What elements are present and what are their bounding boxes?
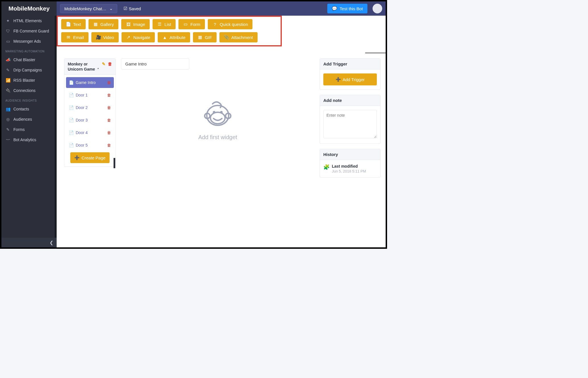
page-item-door-1[interactable]: 📄 Door 1 🗑 bbox=[66, 90, 114, 100]
widget-btn-image[interactable]: 🖼Image bbox=[121, 19, 150, 29]
page-item-door-2[interactable]: 📄 Door 2 🗑 bbox=[66, 102, 114, 113]
widget-btn-form[interactable]: ▭Form bbox=[178, 19, 205, 29]
sparkle-icon: ✦ bbox=[5, 19, 11, 23]
target-icon: ◎ bbox=[5, 117, 11, 122]
widget-btn-label: Text bbox=[73, 22, 81, 27]
sidebar-item-fb-comment-guard[interactable]: 🛡 FB Comment Guard bbox=[1, 26, 57, 36]
bot-selector-dropdown[interactable]: MobileMonkey Chat… ⌄ bbox=[60, 4, 117, 13]
sidebar-item-label: Bot Analytics bbox=[13, 137, 36, 142]
sidebar-item-html-elements[interactable]: ✦ HTML Elements bbox=[1, 16, 57, 26]
sidebar-collapse-button[interactable]: ❮ bbox=[1, 238, 57, 247]
create-page-button[interactable]: ➕ Create Page bbox=[70, 152, 109, 163]
widget-btn-label: List bbox=[165, 22, 171, 27]
page-icon: 📄 bbox=[69, 143, 73, 147]
widget-btn-video[interactable]: 🎥Video bbox=[91, 32, 119, 42]
delete-page-button[interactable]: 🗑 bbox=[107, 118, 111, 122]
note-textarea[interactable] bbox=[323, 110, 377, 138]
sidebar-item-audiences[interactable]: ◎ Audiences bbox=[1, 114, 57, 124]
history-heading: History bbox=[320, 149, 380, 160]
sidebar-item-messenger-ads[interactable]: ▭ Messenger Ads bbox=[1, 36, 57, 46]
history-last-modified-date: Jun 5, 2018 5:11 PM bbox=[332, 169, 366, 173]
test-bot-label: Test this Bot bbox=[340, 6, 363, 11]
saved-label: Saved bbox=[129, 6, 141, 11]
page-icon: 📄 bbox=[69, 130, 73, 135]
page-icon: 📄 bbox=[69, 93, 73, 97]
widget-btn-navigate[interactable]: ↗Navigate bbox=[122, 32, 155, 42]
user-avatar[interactable] bbox=[373, 4, 382, 13]
list-icon: ☰ bbox=[157, 22, 162, 27]
edit-group-button[interactable]: ✎ bbox=[102, 61, 106, 67]
widget-btn-text[interactable]: 📄Text bbox=[61, 19, 86, 29]
sidebar-item-label: Connections bbox=[13, 88, 36, 93]
form-icon: ✎ bbox=[5, 127, 11, 132]
trigger-panel: Add Trigger ➕ Add Trigger bbox=[320, 58, 381, 90]
plus-circle-icon: ➕ bbox=[336, 77, 341, 82]
svg-point-3 bbox=[220, 111, 223, 114]
add-trigger-button[interactable]: ➕ Add Trigger bbox=[323, 73, 377, 85]
left-sidebar: MobileMonkey ✦ HTML Elements 🛡 FB Commen… bbox=[1, 1, 57, 247]
delete-page-button[interactable]: 🗑 bbox=[107, 130, 111, 135]
widget-btn-attribute[interactable]: ▲Attribute bbox=[158, 32, 190, 42]
canvas-area: Game Intro Add first widget bbox=[121, 58, 314, 247]
sidebar-item-rss-blaster[interactable]: 📶 RSS Blaster bbox=[1, 75, 57, 85]
widget-btn-email[interactable]: ✉Email bbox=[61, 32, 89, 42]
delete-group-button[interactable]: 🗑 bbox=[108, 61, 112, 67]
page-icon: 📄 bbox=[69, 118, 73, 122]
tab-underline bbox=[365, 53, 386, 53]
widget-btn-quick-question[interactable]: ?Quick question bbox=[208, 19, 252, 29]
delete-page-button[interactable]: 🗑 bbox=[107, 80, 111, 85]
page-item-label: Door 1 bbox=[76, 93, 105, 97]
attachment-icon: 📎 bbox=[224, 35, 229, 40]
canvas-empty-text: Add first widget bbox=[198, 134, 237, 141]
check-icon: ☑ bbox=[124, 6, 127, 11]
note-panel: Add note bbox=[320, 95, 381, 144]
gif-icon: ▦ bbox=[198, 35, 203, 40]
navigate-icon: ↗ bbox=[126, 35, 131, 40]
svg-point-2 bbox=[213, 111, 215, 114]
sidebar-heading-marketing: MARKETING AUTOMATION bbox=[1, 46, 57, 55]
sidebar-item-label: Messenger Ads bbox=[13, 39, 41, 44]
test-bot-button[interactable]: 💬 Test this Bot bbox=[327, 4, 367, 13]
widget-btn-label: Attribute bbox=[170, 35, 186, 40]
page-item-game-intro[interactable]: 📄 Game Intro 🗑 bbox=[66, 77, 114, 88]
sidebar-item-bot-analytics[interactable]: 〰 Bot Analytics bbox=[1, 135, 57, 145]
sidebar-item-connections[interactable]: 🔌 Connections bbox=[1, 85, 57, 96]
delete-page-button[interactable]: 🗑 bbox=[107, 143, 111, 147]
sidebar-item-drip-campaigns[interactable]: ✎ Drip Campaigns bbox=[1, 65, 57, 75]
saved-indicator: ☑ Saved bbox=[124, 6, 141, 11]
page-item-label: Door 3 bbox=[76, 118, 105, 122]
text-icon: 📄 bbox=[66, 22, 71, 27]
sidebar-item-chat-blaster[interactable]: 📣 Chat Blaster bbox=[1, 55, 57, 65]
widget-btn-attachment[interactable]: 📎Attachment bbox=[219, 32, 258, 42]
canvas-title-input[interactable]: Game Intro bbox=[121, 58, 189, 69]
page-item-label: Door 2 bbox=[76, 105, 105, 110]
widget-btn-gallery[interactable]: ▦Gallery bbox=[89, 19, 119, 29]
widget-btn-list[interactable]: ☰List bbox=[153, 19, 176, 29]
page-item-door-3[interactable]: 📄 Door 3 🗑 bbox=[66, 115, 114, 126]
main-area: 📄Text ▦Gallery 🖼Image ☰List ▭Form ?Quick… bbox=[57, 16, 386, 247]
sidebar-item-forms[interactable]: ✎ Forms bbox=[1, 124, 57, 135]
people-icon: 👥 bbox=[5, 107, 11, 111]
sidebar-item-label: Contacts bbox=[13, 107, 29, 111]
pages-panel: Monkey or Unicorn Game ˄ ✎ 🗑 📄 Game Intr… bbox=[64, 58, 116, 167]
widget-btn-gif[interactable]: ▦GIF bbox=[193, 32, 217, 42]
page-group-title[interactable]: Monkey or Unicorn Game ˄ bbox=[68, 61, 100, 72]
sidebar-heading-audience: AUDIENCE INSIGHTS bbox=[1, 96, 57, 104]
puzzle-icon: 🧩 bbox=[323, 164, 329, 170]
page-item-door-4[interactable]: 📄 Door 4 🗑 bbox=[66, 127, 114, 138]
svg-point-1 bbox=[210, 112, 225, 124]
question-icon: ? bbox=[212, 22, 217, 27]
image-icon: 🖼 bbox=[126, 22, 131, 27]
page-item-door-5[interactable]: 📄 Door 5 🗑 bbox=[66, 140, 114, 151]
history-last-modified-label: Last modified bbox=[332, 164, 366, 169]
email-icon: ✉ bbox=[66, 35, 71, 40]
page-item-label: Door 4 bbox=[76, 130, 105, 135]
delete-page-button[interactable]: 🗑 bbox=[107, 93, 111, 97]
sidebar-item-label: Forms bbox=[13, 127, 25, 132]
sidebar-item-contacts[interactable]: 👥 Contacts bbox=[1, 104, 57, 114]
widget-btn-label: Gallery bbox=[100, 22, 114, 27]
widget-btn-label: Attachment bbox=[231, 35, 253, 40]
widget-btn-label: Image bbox=[133, 22, 145, 27]
delete-page-button[interactable]: 🗑 bbox=[107, 105, 111, 110]
chevron-up-icon: ˄ bbox=[97, 68, 99, 71]
